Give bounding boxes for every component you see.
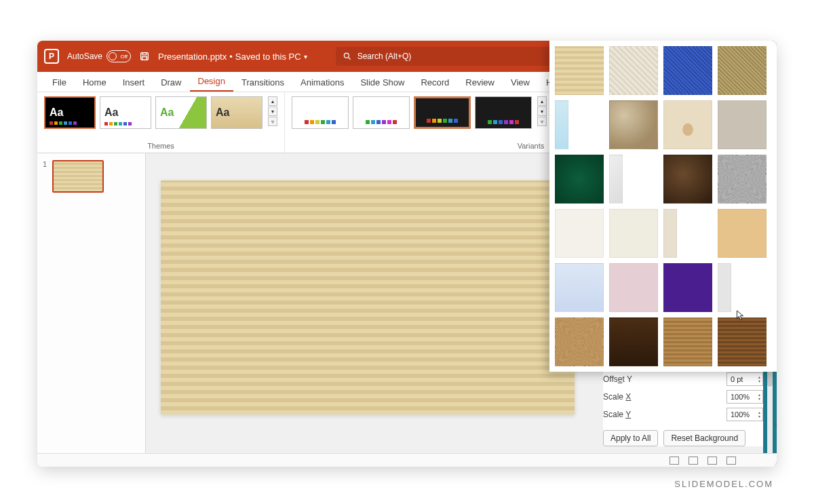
texture-newsprint[interactable] [718, 263, 731, 312]
texture-blue-tissue[interactable] [555, 263, 604, 312]
search-input[interactable]: Search (Alt+Q) [336, 47, 583, 66]
variant-2[interactable] [353, 96, 410, 129]
texture-water-droplets[interactable] [555, 100, 568, 149]
apply-to-all-button[interactable]: Apply to All [603, 430, 658, 446]
theme-thumb-3[interactable]: Aa [155, 96, 207, 129]
view-normal-icon[interactable] [670, 457, 679, 465]
tab-review[interactable]: Review [457, 73, 503, 92]
themes-label: Themes [44, 142, 277, 151]
texture-woven-tan[interactable] [555, 46, 604, 95]
texture-cork[interactable] [718, 209, 767, 258]
autosave-toggle[interactable]: Off [106, 50, 131, 62]
texture-granite[interactable] [718, 155, 767, 203]
tab-animations[interactable]: Animations [292, 73, 352, 92]
texture-white-marble[interactable] [609, 155, 623, 203]
watermark: SLIDEMODEL.COM [674, 479, 773, 489]
texture-medium-wood[interactable] [718, 317, 767, 366]
autosave-group: AutoSave Off [67, 50, 131, 62]
themes-more[interactable]: ▿ [268, 117, 277, 126]
texture-burlap[interactable] [718, 46, 767, 95]
slide-number: 1 [43, 160, 47, 168]
expand-caret-icon[interactable]: ▾ [775, 421, 777, 428]
search-icon [343, 52, 352, 61]
theme-thumb-4[interactable]: Aa [211, 96, 263, 129]
scale-x-value[interactable]: 100%▴▾ [726, 390, 763, 404]
variants-row-up[interactable]: ▴ [537, 96, 547, 106]
powerpoint-icon: P [44, 49, 59, 64]
scale-x-label: Scale X [603, 392, 631, 402]
app-window: P AutoSave Off Presentation.pptx•Saved t… [37, 41, 777, 467]
autosave-label: AutoSave [67, 52, 102, 61]
offset-y-label: Offset Y [603, 374, 632, 384]
tab-home[interactable]: Home [75, 73, 115, 92]
view-sorter-icon[interactable] [689, 457, 698, 465]
variants-more[interactable]: ▿ [537, 117, 547, 126]
tab-record[interactable]: Record [412, 73, 457, 92]
texture-blue-denim[interactable] [663, 46, 712, 95]
tab-file[interactable]: File [44, 73, 75, 92]
svg-rect-1 [142, 53, 146, 55]
theme-thumb-1[interactable]: Aa [44, 96, 96, 129]
svg-line-4 [348, 58, 350, 60]
svg-point-3 [344, 53, 349, 58]
variants-row-down[interactable]: ▾ [537, 106, 547, 116]
texture-walnut[interactable] [609, 317, 658, 366]
tab-insert[interactable]: Insert [115, 73, 153, 92]
variant-1[interactable] [292, 96, 349, 129]
texture-canvas[interactable] [609, 46, 658, 95]
texture-parchment[interactable] [663, 209, 677, 258]
reset-background-button[interactable]: Reset Background [663, 430, 745, 446]
texture-sand[interactable] [555, 317, 604, 366]
texture-recycled-paper[interactable] [718, 100, 767, 149]
texture-gallery [549, 41, 777, 372]
themes-row-down[interactable]: ▾ [268, 106, 277, 116]
view-slideshow-icon[interactable] [726, 457, 736, 465]
chevron-down-icon: ▾ [304, 53, 307, 60]
theme-thumb-2[interactable]: Aa [100, 96, 151, 129]
variant-3[interactable] [414, 96, 471, 129]
texture-crumpled-paper[interactable] [609, 100, 658, 149]
texture-paper-2[interactable] [609, 209, 658, 258]
slide-thumbnails-pane: 1 [37, 153, 146, 467]
view-reading-icon[interactable] [708, 457, 717, 465]
texture-fossil[interactable] [663, 100, 712, 149]
texture-green-marble[interactable] [555, 155, 604, 203]
tab-draw[interactable]: Draw [153, 73, 189, 92]
tab-view[interactable]: View [503, 73, 538, 92]
texture-pink-tissue[interactable] [609, 263, 658, 312]
tab-slideshow[interactable]: Slide Show [352, 73, 412, 92]
tab-design[interactable]: Design [190, 72, 233, 92]
scale-y-value[interactable]: 100%▴▾ [726, 408, 763, 421]
scale-y-label: Scale Y [603, 410, 631, 419]
texture-brown-leather[interactable] [663, 155, 712, 203]
texture-oak[interactable] [663, 317, 712, 366]
offset-y-value[interactable]: 0 pt▴▾ [726, 372, 763, 386]
slide-canvas[interactable] [161, 180, 575, 414]
themes-row-up[interactable]: ▴ [268, 96, 277, 106]
texture-purple[interactable] [663, 263, 712, 312]
texture-paper-1[interactable] [555, 209, 604, 258]
document-title[interactable]: Presentation.pptx•Saved to this PC ▾ [158, 52, 307, 62]
tab-transitions[interactable]: Transitions [233, 73, 292, 92]
status-bar [37, 453, 777, 467]
variant-4[interactable] [475, 96, 532, 129]
themes-group: Aa Aa Aa Aa ▴ ▾ ▿ Themes [37, 92, 284, 153]
save-icon[interactable] [139, 51, 150, 62]
slide-thumb-1[interactable] [52, 160, 104, 193]
svg-rect-2 [142, 57, 147, 60]
